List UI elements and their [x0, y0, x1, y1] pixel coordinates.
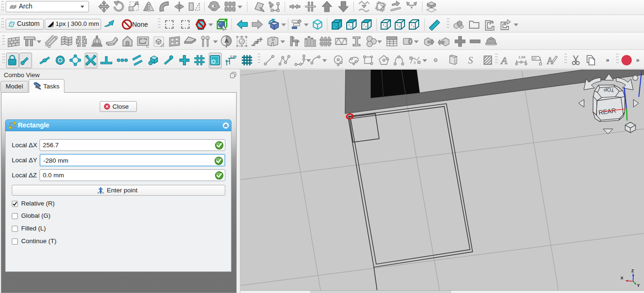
svg-text:A: A: [500, 55, 508, 66]
svg-text:A: A: [224, 38, 229, 44]
svg-text:X: X: [620, 276, 623, 280]
svg-text:Z: Z: [631, 269, 634, 273]
svg-text:1.00: 1.00: [518, 55, 525, 59]
svg-text:1.00: 1.00: [230, 55, 237, 58]
svg-text:Y: Y: [637, 283, 640, 288]
svg-text:S: S: [468, 55, 473, 66]
svg-text:3: 3: [413, 61, 416, 65]
svg-text:TOP: TOP: [604, 87, 614, 93]
